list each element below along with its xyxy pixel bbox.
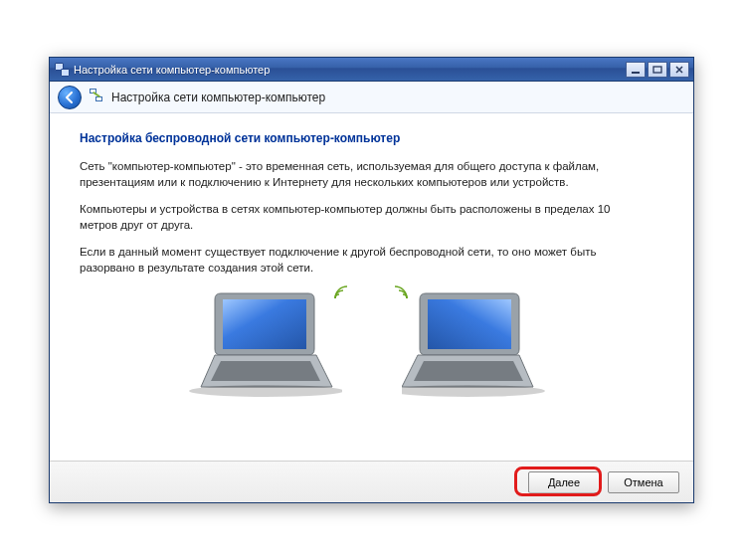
wifi-signal-icon [392,283,410,301]
laptop-illustration [80,287,663,397]
paragraph-3: Если в данный момент существует подключе… [80,245,637,276]
back-button[interactable] [58,86,82,109]
svg-rect-6 [428,299,511,349]
paragraph-1: Сеть "компьютер-компьютер" - это временн… [80,159,637,190]
nav-header: Настройка сети компьютер-компьютер [50,82,693,113]
svg-rect-1 [653,67,661,73]
window-title: Настройка сети компьютер-компьютер [74,64,626,76]
wifi-signal-icon [332,283,350,301]
close-button[interactable] [669,62,689,78]
wizard-window: Настройка сети компьютер-компьютер Настр… [49,57,694,503]
content-area: Настройка беспроводной сети компьютер-ко… [50,113,693,461]
title-bar: Настройка сети компьютер-компьютер [50,58,693,82]
footer-bar: Далее Отмена [50,461,693,502]
maximize-button[interactable] [648,62,667,78]
page-heading: Настройка беспроводной сети компьютер-ко… [80,131,663,145]
laptop-icon [183,287,342,397]
laptop-right [402,287,561,397]
laptop-left [183,287,342,397]
cancel-button[interactable]: Отмена [608,471,679,493]
laptop-icon [402,287,561,397]
next-button[interactable]: Далее [528,471,600,493]
window-controls [626,62,689,78]
network-icon [88,89,105,106]
svg-rect-0 [632,72,640,74]
paragraph-2: Компьютеры и устройства в сетях компьюте… [80,202,637,233]
nav-title: Настройка сети компьютер-компьютер [111,91,325,104]
minimize-button[interactable] [626,62,646,78]
svg-rect-3 [223,299,306,349]
svg-point-4 [189,385,342,397]
app-icon [54,62,70,78]
